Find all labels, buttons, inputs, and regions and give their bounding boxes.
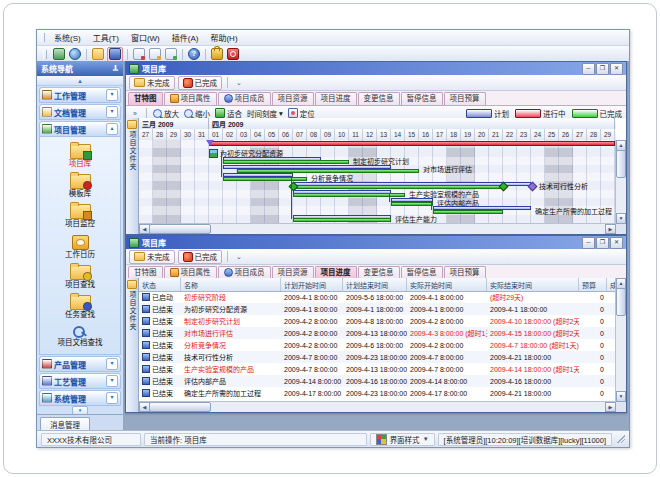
menu-item-窗口(W)[interactable]: 窗口(W)	[125, 33, 166, 44]
workspace-button[interactable]	[52, 48, 66, 61]
sidebar-item-项目文档查找[interactable]: 项目文档查找	[58, 325, 103, 347]
tab-message-management[interactable]: 消息管理	[40, 417, 90, 431]
exit-button[interactable]	[226, 48, 240, 61]
report-button-3[interactable]	[164, 48, 178, 61]
tab-项目资源[interactable]: 项目资源	[272, 92, 314, 105]
dropdown-chevron-icon[interactable]: ⌄	[233, 253, 245, 261]
gantt-chart[interactable]: 为初步研究分配资源制定初步研究计划对市场进行评估分析竞争情况技术可行性分析生产实…	[139, 140, 616, 224]
sidebar-group-项目管理[interactable]: 项目管理▴	[39, 121, 121, 137]
table-vertical-scrollbar[interactable]: ▲ ▼	[615, 278, 626, 402]
window-title-bar[interactable]: 项目库 ─ ❐ ✕	[126, 236, 626, 249]
gantt-bar-inprogress-初步研究阶段[interactable]	[209, 141, 615, 146]
open-button[interactable]	[91, 48, 105, 61]
gantt-bar-done-确定生产所需的加工过程[interactable]	[433, 210, 503, 214]
group-expand-button[interactable]: ▴	[106, 123, 118, 135]
group-expand-button[interactable]: ▾	[106, 106, 118, 118]
column-header-状态[interactable]: 状态	[139, 278, 181, 291]
tab-甘特图[interactable]: 甘特图	[128, 92, 163, 105]
menu-item-帮助(H)[interactable]: 帮助(H)	[204, 33, 243, 44]
gantt-horizontal-scrollbar[interactable]: ◀ ▶	[139, 223, 616, 234]
gantt-tool-定位[interactable]: 定位	[288, 108, 315, 119]
sidebar-group-文档管理[interactable]: 文档管理▾	[39, 104, 121, 120]
table-row[interactable]: 已结束分析竞争情况2009-4-2 8:00:002009-4-6 18:00:…	[139, 339, 616, 351]
scrollbar-thumb[interactable]	[616, 288, 626, 316]
table-row[interactable]: 已结束制定初步研究计划2009-4-2 8:00:002009-4-8 18:0…	[139, 315, 616, 327]
menu-item-系统(S)[interactable]: 系统(S)	[48, 33, 87, 44]
column-header-实际开始时间[interactable]: 实际开始时间	[407, 278, 487, 291]
tab-变更信息[interactable]: 变更信息	[358, 92, 400, 105]
gantt-bar-done-评估生产能力[interactable]	[293, 218, 391, 222]
tab-项目成员[interactable]: 项目成员	[218, 92, 271, 105]
pin-icon[interactable]	[112, 65, 119, 72]
gantt-tool-时间刻度[interactable]: 时间刻度▾	[247, 108, 283, 119]
table-row[interactable]: 已结束评估内部产品2009-4-14 8:00:002009-4-16 18:0…	[139, 375, 616, 387]
tab-项目进度[interactable]: 项目进度	[315, 92, 357, 105]
window-title-bar[interactable]: 项目库 ─ ❐ ✕	[126, 62, 626, 75]
table-row[interactable]: 已结束技术可行性分析2009-4-7 8:00:002009-4-23 18:0…	[139, 351, 616, 363]
sidebar-group-产品管理[interactable]: 产品管理▾	[39, 356, 121, 372]
group-expand-button[interactable]: ▾	[106, 392, 118, 404]
scroll-down-icon[interactable]: ▼	[616, 213, 626, 224]
filter-button-未完成[interactable]: 未完成	[129, 250, 175, 264]
resize-grip[interactable]	[617, 435, 625, 443]
scroll-right-icon[interactable]: ▶	[605, 402, 616, 412]
gantt-bar-done-技术可行性分析[interactable]	[293, 185, 503, 189]
scrollbar-thumb[interactable]	[616, 150, 626, 178]
menu-item-工具(T)[interactable]: 工具(T)	[87, 33, 125, 44]
gantt-vertical-scrollbar[interactable]: ▲ ▼	[615, 140, 626, 224]
gantt-bar-done-评估内部产品[interactable]	[391, 202, 433, 206]
sidebar-item-项目监控[interactable]: 项目监控	[65, 204, 95, 228]
sidebar-item-任务查找[interactable]: 任务查找	[65, 295, 95, 319]
column-header-计划开始时间[interactable]: 计划开始时间	[281, 278, 343, 291]
table-row[interactable]: 已结束确定生产所需的加工过程2009-4-17 8:00:002009-4-23…	[139, 387, 616, 399]
column-header-实际结束时间[interactable]: 实际结束时间	[487, 278, 579, 291]
tab-暂停信息[interactable]: 暂停信息	[401, 92, 443, 105]
dropdown-chevron-icon[interactable]: ⌄	[233, 79, 245, 87]
lock-button[interactable]	[210, 48, 224, 61]
help-button[interactable]: ?	[187, 48, 201, 61]
close-button[interactable]: ✕	[610, 63, 623, 75]
table-row[interactable]: 已结束生产实验室规模的产品2009-4-7 8:00:002009-4-13 1…	[139, 363, 616, 375]
report-button-1[interactable]	[132, 48, 146, 61]
tab-项目属性[interactable]: 项目属性	[164, 92, 217, 105]
minimize-button[interactable]: ─	[582, 237, 595, 249]
table-row[interactable]: 已结束对市场进行评估2009-4-2 8:00:002009-4-13 18:0…	[139, 327, 616, 339]
gantt-bar-done-分析竞争情况[interactable]	[223, 177, 307, 181]
filter-button-未完成[interactable]: 未完成	[129, 76, 175, 90]
maximize-button[interactable]: ❐	[596, 63, 609, 75]
sidebar-group-系统管理[interactable]: 系统管理▾	[39, 390, 121, 406]
gantt-milestone-为初步研究分配资源[interactable]	[209, 149, 218, 158]
gantt-bar-done-对市场进行评估[interactable]	[237, 169, 419, 173]
scrollbar-thumb[interactable]	[149, 224, 211, 234]
side-tab-project-folder[interactable]: 项目文件夹	[126, 278, 139, 412]
group-expand-button[interactable]: ▾	[106, 89, 118, 101]
side-tab-project-folder[interactable]: 项目文件夹	[126, 118, 139, 234]
gantt-bar-done-制定初步研究计划[interactable]	[223, 160, 349, 164]
table-row[interactable]: 已启动初步研究阶段2009-4-1 8:00:002009-5-6 18:00:…	[139, 291, 616, 303]
sidebar-group-工作管理[interactable]: 工作管理▾	[39, 87, 121, 103]
column-header-预算[interactable]: 预算	[579, 278, 607, 291]
sidebar-item-模板库[interactable]: 模板库	[69, 174, 92, 198]
overflow-chevron-icon[interactable]: »	[130, 110, 140, 117]
group-expand-button[interactable]: ▾	[106, 375, 118, 387]
table-row[interactable]: 已结束为初步研究分配资源2009-4-1 8:00:002009-4-1 18:…	[139, 303, 616, 315]
gantt-tool-放大[interactable]: 放大	[153, 108, 179, 119]
filter-button-已完成[interactable]: 已完成	[178, 76, 223, 90]
sidebar-item-项目库[interactable]: 项目库	[69, 144, 92, 168]
gantt-tool-适合[interactable]: 适合	[215, 108, 242, 119]
filter-button-已完成[interactable]: 已完成	[178, 250, 223, 264]
column-header-名称[interactable]: 名称	[181, 278, 281, 291]
sidebar-collapse-button[interactable]: ▲	[37, 76, 123, 86]
gantt-tool-缩小[interactable]: 缩小	[184, 108, 210, 119]
group-expand-button[interactable]: ▾	[106, 358, 118, 370]
minimize-button[interactable]: ─	[582, 63, 595, 75]
maximize-button[interactable]: ❐	[596, 237, 609, 249]
sidebar-group-工艺管理[interactable]: 工艺管理▾	[39, 373, 121, 389]
interface-style-button[interactable]: 界面样式 ▼	[370, 433, 435, 446]
report-button-2[interactable]	[148, 48, 162, 61]
save-button[interactable]	[107, 47, 123, 62]
scrollbar-thumb[interactable]	[149, 402, 211, 412]
network-button[interactable]	[68, 48, 82, 61]
column-header-计划结束时间[interactable]: 计划结束时间	[343, 278, 407, 291]
scroll-right-icon[interactable]: ▶	[605, 224, 616, 234]
